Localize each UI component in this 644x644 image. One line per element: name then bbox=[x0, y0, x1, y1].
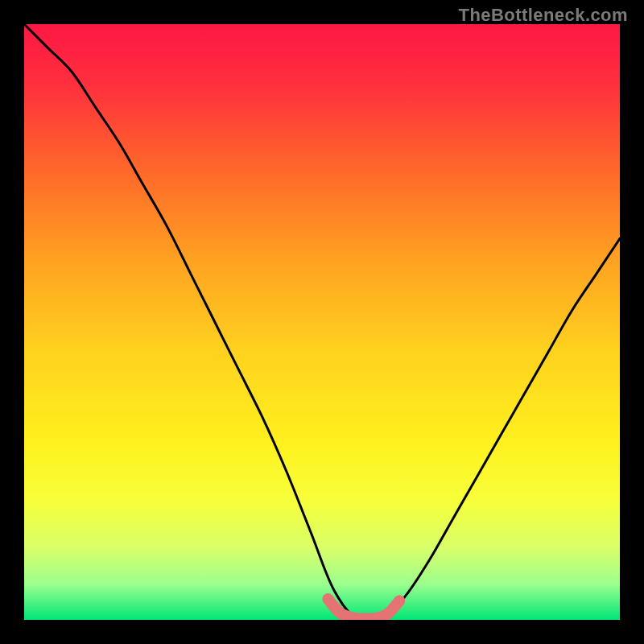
watermark-text: TheBottleneck.com bbox=[459, 5, 628, 26]
plot-area bbox=[24, 24, 620, 620]
bottleneck-curve bbox=[24, 24, 620, 620]
curve-layer bbox=[24, 24, 620, 620]
outer-frame: TheBottleneck.com bbox=[0, 0, 644, 644]
optimal-marker bbox=[328, 599, 399, 619]
